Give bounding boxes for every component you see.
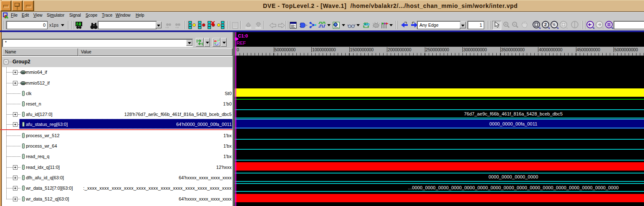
svg-text:½: ½ <box>553 23 556 27</box>
svg-text:DID: DID <box>364 23 370 26</box>
svg-text:2: 2 <box>544 22 547 27</box>
